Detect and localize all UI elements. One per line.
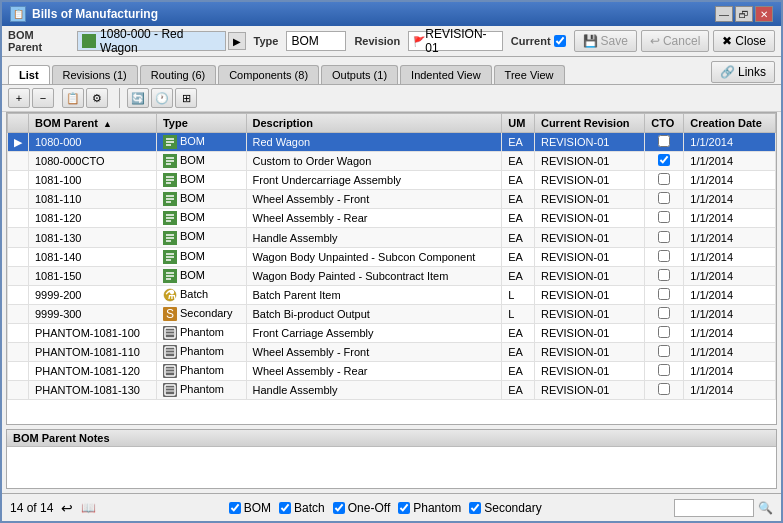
cto-cell[interactable] [645, 247, 684, 266]
table-row[interactable]: 1081-140 BOM Wagon Body Unpainted - Subc… [8, 247, 776, 266]
filter-button[interactable]: ⚙ [86, 88, 108, 108]
links-button[interactable]: 🔗 Links [711, 61, 775, 83]
remove-button[interactable]: − [32, 88, 54, 108]
grid-header: BOM Parent ▲ Type Description UM Current… [8, 114, 776, 133]
filter-bom: BOM [229, 501, 271, 515]
cto-checkbox[interactable] [658, 364, 670, 376]
search-input[interactable] [674, 499, 754, 517]
cto-checkbox[interactable] [658, 154, 670, 166]
cancel-button[interactable]: ↩ Cancel [641, 30, 709, 52]
copy-button[interactable]: 📋 [62, 88, 84, 108]
cto-cell[interactable] [645, 152, 684, 171]
um-col-header[interactable]: UM [502, 114, 535, 133]
cto-cell[interactable] [645, 323, 684, 342]
type-field[interactable]: BOM [286, 31, 346, 51]
cto-cell[interactable] [645, 381, 684, 400]
close-window-button[interactable]: ✕ [755, 6, 773, 22]
filter-phantom-checkbox[interactable] [398, 502, 410, 514]
grid-button[interactable]: ⊞ [175, 88, 197, 108]
save-button[interactable]: 💾 Save [574, 30, 637, 52]
cto-checkbox[interactable] [658, 326, 670, 338]
current-checkbox[interactable] [554, 35, 566, 47]
cto-cell[interactable] [645, 228, 684, 247]
tab-indented[interactable]: Indented View [400, 65, 492, 84]
search-icon[interactable]: 🔍 [758, 501, 773, 515]
tab-tree[interactable]: Tree View [494, 65, 565, 84]
grid-container[interactable]: BOM Parent ▲ Type Description UM Current… [6, 112, 777, 425]
cto-cell[interactable] [645, 285, 684, 304]
tab-list[interactable]: List [8, 65, 50, 84]
tab-outputs[interactable]: Outputs (1) [321, 65, 398, 84]
notes-content[interactable] [7, 447, 776, 487]
tab-routing[interactable]: Routing (6) [140, 65, 216, 84]
creation-date-cell: 1/1/2014 [684, 171, 776, 190]
creation-date-col-header[interactable]: Creation Date [684, 114, 776, 133]
revision-field[interactable]: 🚩 REVISION-01 [408, 31, 503, 51]
refresh-button[interactable]: 🔄 [127, 88, 149, 108]
cto-cell[interactable] [645, 343, 684, 362]
type-col-header[interactable]: Type [156, 114, 246, 133]
table-row[interactable]: 9999-200 ⚗Batch Batch Parent Item L REVI… [8, 285, 776, 304]
cto-col-header[interactable]: CTO [645, 114, 684, 133]
title-bar-left: 📋 Bills of Manufacturing [10, 6, 158, 22]
minimize-button[interactable]: — [715, 6, 733, 22]
cto-checkbox[interactable] [658, 288, 670, 300]
table-row[interactable]: PHANTOM-1081-120 Phantom Wheel Assembly … [8, 362, 776, 381]
book-icon[interactable]: 📖 [81, 501, 96, 515]
cto-cell[interactable] [645, 304, 684, 323]
filter-oneoff-checkbox[interactable] [333, 502, 345, 514]
table-row[interactable]: 1080-000CTO BOM Custom to Order Wagon EA… [8, 152, 776, 171]
table-row[interactable]: 9999-300 SSecondary Batch Bi-product Out… [8, 304, 776, 323]
cto-checkbox[interactable] [658, 173, 670, 185]
table-row[interactable]: PHANTOM-1081-130 Phantom Handle Assembly… [8, 381, 776, 400]
close-button[interactable]: ✖ Close [713, 30, 775, 52]
cto-cell[interactable] [645, 266, 684, 285]
cto-checkbox[interactable] [658, 211, 670, 223]
table-row[interactable]: ▶ 1080-000 BOM Red Wagon EA REVISION-01 … [8, 133, 776, 152]
table-row[interactable]: 1081-120 BOM Wheel Assembly - Rear EA RE… [8, 209, 776, 228]
um-cell: EA [502, 381, 535, 400]
undo-icon[interactable]: ↩ [61, 500, 73, 516]
bom-parent-label: BOM Parent [8, 29, 69, 53]
table-row[interactable]: 1081-100 BOM Front Undercarriage Assembl… [8, 171, 776, 190]
tab-components[interactable]: Components (8) [218, 65, 319, 84]
description-col-header[interactable]: Description [246, 114, 502, 133]
table-row[interactable]: PHANTOM-1081-100 Phantom Front Carriage … [8, 323, 776, 342]
view-group: 🔄 🕐 ⊞ [127, 88, 197, 108]
cto-cell[interactable] [645, 133, 684, 152]
restore-button[interactable]: 🗗 [735, 6, 753, 22]
table-row[interactable]: PHANTOM-1081-110 Phantom Wheel Assembly … [8, 343, 776, 362]
table-row[interactable]: 1081-150 BOM Wagon Body Painted - Subcon… [8, 266, 776, 285]
current-revision-col-header[interactable]: Current Revision [534, 114, 644, 133]
cto-checkbox[interactable] [658, 231, 670, 243]
cto-cell[interactable] [645, 209, 684, 228]
bom-parent-field[interactable]: 1080-000 - Red Wagon [77, 31, 226, 51]
cto-checkbox[interactable] [658, 307, 670, 319]
cto-checkbox[interactable] [658, 345, 670, 357]
cto-cell[interactable] [645, 190, 684, 209]
filter-secondary-checkbox[interactable] [469, 502, 481, 514]
creation-date-cell: 1/1/2014 [684, 343, 776, 362]
cto-checkbox[interactable] [658, 250, 670, 262]
cto-cell[interactable] [645, 362, 684, 381]
filter-oneoff: One-Off [333, 501, 390, 515]
row-indicator [8, 343, 29, 362]
clock-button[interactable]: 🕐 [151, 88, 173, 108]
description-cell: Custom to Order Wagon [246, 152, 502, 171]
filter-batch-checkbox[interactable] [279, 502, 291, 514]
cto-checkbox[interactable] [658, 383, 670, 395]
bom-parent-cell: 1081-140 [29, 247, 157, 266]
cto-checkbox[interactable] [658, 192, 670, 204]
bom-parent-arrow[interactable]: ▶ [228, 32, 246, 50]
cto-checkbox[interactable] [658, 269, 670, 281]
type-cell: BOM [156, 171, 246, 190]
cto-checkbox[interactable] [658, 135, 670, 147]
row-indicator [8, 171, 29, 190]
add-button[interactable]: + [8, 88, 30, 108]
table-row[interactable]: 1081-110 BOM Wheel Assembly - Front EA R… [8, 190, 776, 209]
filter-bom-checkbox[interactable] [229, 502, 241, 514]
tab-revisions[interactable]: Revisions (1) [52, 65, 138, 84]
cto-cell[interactable] [645, 171, 684, 190]
bom-parent-col-header[interactable]: BOM Parent ▲ [29, 114, 157, 133]
table-row[interactable]: 1081-130 BOM Handle Assembly EA REVISION… [8, 228, 776, 247]
